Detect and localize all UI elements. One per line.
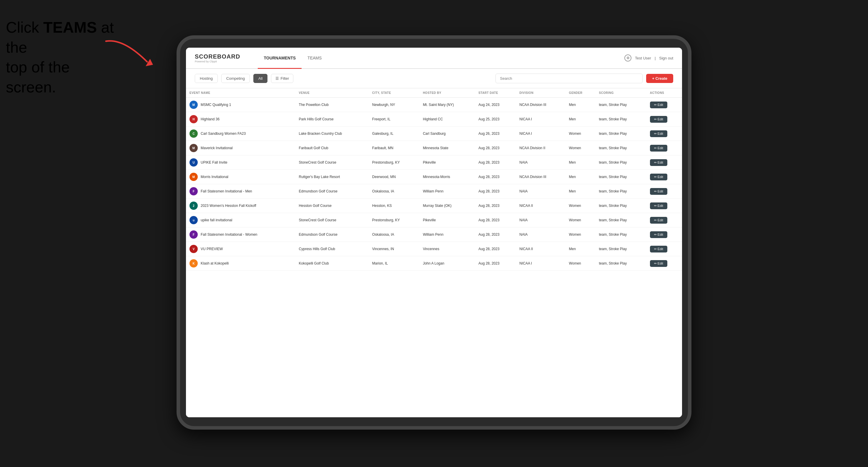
filter-button[interactable]: ☰ Filter: [271, 74, 293, 83]
edit-button[interactable]: ✏ Edit: [650, 260, 667, 267]
cell-actions: ✏ Edit: [646, 155, 682, 170]
cell-event-name: M Morris Invitational: [186, 170, 296, 184]
cell-division: NICAA I: [516, 256, 565, 271]
edit-button[interactable]: ✏ Edit: [650, 217, 667, 224]
gear-icon[interactable]: ⚙: [624, 55, 631, 62]
logo-sub: Powered by Clippit: [195, 60, 240, 63]
signout-link[interactable]: Sign out: [659, 56, 673, 60]
cell-scoring: team, Stroke Play: [595, 127, 646, 141]
navbar: SCOREBOARD Powered by Clippit TOURNAMENT…: [186, 48, 682, 69]
cell-scoring: team, Stroke Play: [595, 170, 646, 184]
cell-actions: ✏ Edit: [646, 213, 682, 227]
cell-venue: Edmundson Golf Course: [296, 184, 369, 199]
team-logo: H: [189, 115, 198, 123]
cell-venue: Kokopelli Golf Club: [296, 256, 369, 271]
cell-start-date: Aug 28, 2023: [475, 170, 516, 184]
edit-button[interactable]: ✏ Edit: [650, 231, 667, 238]
event-name-text: upike fall invitational: [201, 218, 232, 222]
logo-text: SCOREBOARD: [195, 53, 240, 60]
cell-event-name: M Maverick Invitational: [186, 141, 296, 155]
table-row: F Fall Statesmen Invitational - Men Edmu…: [186, 184, 682, 199]
cell-city-state: Oskaloosa, IA: [369, 227, 419, 242]
cell-city-state: Vincennes, IN: [369, 242, 419, 256]
edit-button[interactable]: ✏ Edit: [650, 174, 667, 180]
edit-button[interactable]: ✏ Edit: [650, 246, 667, 252]
hosting-button[interactable]: Hosting: [195, 74, 218, 83]
edit-button[interactable]: ✏ Edit: [650, 116, 667, 123]
cell-event-name: K Klash at Kokopelli: [186, 256, 296, 271]
cell-event-name: F Fall Statesmen Invitational - Women: [186, 227, 296, 242]
edit-button[interactable]: ✏ Edit: [650, 188, 667, 195]
cell-gender: Women: [565, 199, 595, 213]
col-event-name: EVENT NAME: [186, 88, 296, 98]
cell-venue: The Powelton Club: [296, 98, 369, 112]
team-logo: 2: [189, 201, 198, 210]
team-logo: C: [189, 129, 198, 138]
cell-hosted-by: Highland CC: [419, 112, 475, 127]
cell-hosted-by: Minnesota State: [419, 141, 475, 155]
team-logo: M: [189, 173, 198, 181]
search-input[interactable]: [496, 73, 643, 83]
cell-gender: Men: [565, 170, 595, 184]
cell-hosted-by: Vincennes: [419, 242, 475, 256]
cell-event-name: H Highland 36: [186, 112, 296, 127]
cell-start-date: Aug 24, 2023: [475, 98, 516, 112]
col-venue: VENUE: [296, 88, 369, 98]
edit-button[interactable]: ✏ Edit: [650, 159, 667, 166]
competing-button[interactable]: Competing: [221, 74, 250, 83]
cell-venue: Park Hills Golf Course: [296, 112, 369, 127]
cell-scoring: team, Stroke Play: [595, 141, 646, 155]
team-logo: K: [189, 259, 198, 268]
cell-venue: Hesston Golf Course: [296, 199, 369, 213]
event-name-text: UPIKE Fall Invite: [201, 160, 227, 164]
cell-division: NICAA I: [516, 127, 565, 141]
cell-start-date: Aug 25, 2023: [475, 112, 516, 127]
nav-tournaments[interactable]: TOURNAMENTS: [258, 48, 302, 69]
table-row: 2 2023 Women's Hesston Fall Kickoff Hess…: [186, 199, 682, 213]
cell-city-state: Prestonsburg, KY: [369, 213, 419, 227]
create-button[interactable]: + Create: [646, 74, 673, 83]
edit-button[interactable]: ✏ Edit: [650, 145, 667, 152]
event-name-text: Fall Statesmen Invitational - Women: [201, 232, 257, 237]
cell-event-name: U UPIKE Fall Invite: [186, 155, 296, 170]
cell-venue: StoneCrest Golf Course: [296, 213, 369, 227]
cell-event-name: F Fall Statesmen Invitational - Men: [186, 184, 296, 199]
cell-hosted-by: William Penn: [419, 184, 475, 199]
cell-scoring: team, Stroke Play: [595, 227, 646, 242]
cell-hosted-by: Pikeville: [419, 155, 475, 170]
all-button[interactable]: All: [253, 74, 268, 83]
cell-actions: ✏ Edit: [646, 112, 682, 127]
cell-actions: ✏ Edit: [646, 141, 682, 155]
cell-start-date: Aug 28, 2023: [475, 227, 516, 242]
edit-button[interactable]: ✏ Edit: [650, 130, 667, 137]
nav-right: ⚙ Test User | Sign out: [624, 55, 673, 62]
instruction-line1: Click TEAMS at thetop of the screen.: [6, 19, 114, 96]
cell-gender: Women: [565, 227, 595, 242]
cell-gender: Women: [565, 141, 595, 155]
tablet-screen: SCOREBOARD Powered by Clippit TOURNAMENT…: [186, 48, 682, 417]
cell-city-state: Galesburg, IL: [369, 127, 419, 141]
cell-event-name: 2 2023 Women's Hesston Fall Kickoff: [186, 199, 296, 213]
cell-gender: Women: [565, 256, 595, 271]
cell-gender: Women: [565, 127, 595, 141]
cell-start-date: Aug 28, 2023: [475, 213, 516, 227]
table-header-row: EVENT NAME VENUE CITY, STATE HOSTED BY S…: [186, 88, 682, 98]
cell-venue: Cypress Hills Golf Club: [296, 242, 369, 256]
table-row: C Carl Sandburg Women FA23 Lake Bracken …: [186, 127, 682, 141]
cell-division: NAIA: [516, 155, 565, 170]
cell-division: NICAA I: [516, 112, 565, 127]
edit-button[interactable]: ✏ Edit: [650, 101, 667, 108]
cell-gender: Men: [565, 242, 595, 256]
svg-marker-0: [146, 59, 153, 66]
tablet-frame: SCOREBOARD Powered by Clippit TOURNAMENT…: [177, 35, 691, 430]
cell-venue: Edmundson Golf Course: [296, 227, 369, 242]
instruction-bold: TEAMS: [43, 19, 97, 36]
team-logo: F: [189, 187, 198, 195]
edit-button[interactable]: ✏ Edit: [650, 203, 667, 209]
cell-division: NICAA II: [516, 199, 565, 213]
tournaments-table: EVENT NAME VENUE CITY, STATE HOSTED BY S…: [186, 88, 682, 417]
logo-area: SCOREBOARD Powered by Clippit: [195, 53, 240, 63]
cell-hosted-by: Pikeville: [419, 213, 475, 227]
team-logo: M: [189, 101, 198, 109]
nav-teams[interactable]: TEAMS: [302, 48, 328, 69]
